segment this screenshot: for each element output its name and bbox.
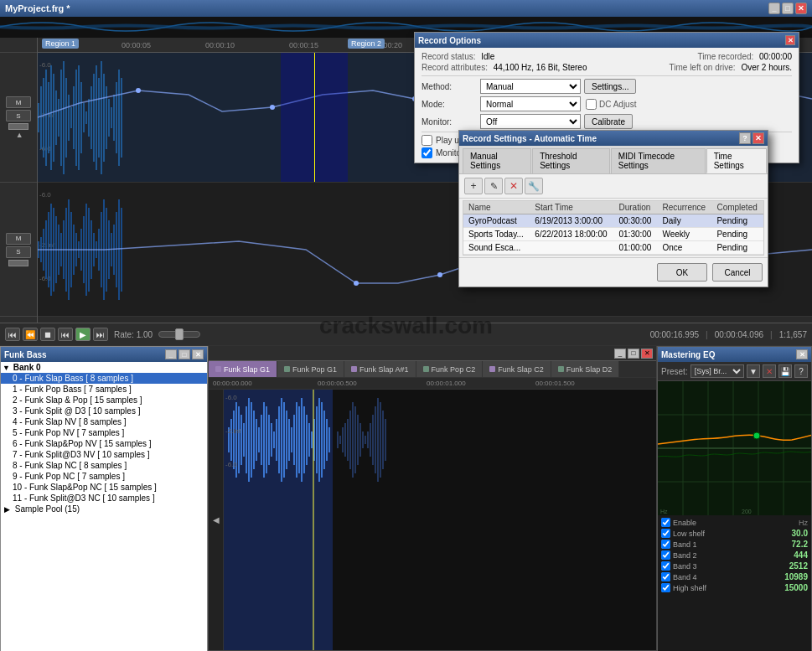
- svg-rect-127: [365, 436, 366, 444]
- mode-select[interactable]: Normal: [480, 96, 581, 111]
- tree-item-5[interactable]: 5 - Funk Pop NV [ 7 samples ]: [1, 427, 207, 438]
- region-tab-5[interactable]: Funk Slap D2: [551, 361, 620, 377]
- tree-item-9[interactable]: 9 - Funk Pop NC [ 7 samples ]: [1, 471, 207, 482]
- track2-vol-slider[interactable]: [8, 260, 28, 266]
- auto-time-cancel-btn[interactable]: Cancel: [712, 263, 763, 282]
- track2-mute-btn[interactable]: M: [6, 233, 31, 245]
- eq-band1-checkbox[interactable]: [661, 540, 670, 549]
- tab-time-settings[interactable]: Time Settings: [706, 148, 767, 173]
- auto-time-help-btn[interactable]: ?: [739, 132, 751, 144]
- svg-rect-6: [50, 65, 52, 170]
- tree-item-4[interactable]: 4 - Funk Slap NV [ 8 samples ]: [1, 416, 207, 427]
- sp-time-0: 00:00:00.000: [213, 380, 252, 387]
- svg-rect-126: [362, 431, 364, 448]
- auto-time-ok-btn[interactable]: OK: [657, 263, 707, 282]
- play-unselected-checkbox[interactable]: [422, 135, 432, 146]
- panel-minimize-btn[interactable]: _: [165, 349, 177, 359]
- rewind-to-start-btn[interactable]: ⏮: [5, 328, 20, 341]
- table-row[interactable]: GyroPodcast 6/19/2013 3:00:00 00:30:00 D…: [463, 214, 763, 228]
- svg-rect-113: [323, 411, 325, 469]
- monitor-vu-checkbox[interactable]: [422, 147, 432, 158]
- eq-lowshelf-checkbox[interactable]: [661, 529, 670, 538]
- scroll-left-icon: ◀: [213, 515, 220, 524]
- eq-close-btn[interactable]: ✕: [796, 349, 808, 359]
- stop-btn[interactable]: ⏹: [40, 328, 55, 341]
- tree-sample-pool[interactable]: ▶ Sample Pool (15): [1, 504, 207, 514]
- sp-minimize-btn[interactable]: _: [614, 349, 626, 359]
- auto-time-close-btn[interactable]: ✕: [753, 132, 764, 144]
- record-options-close-btn[interactable]: ✕: [785, 35, 795, 45]
- rate-slider[interactable]: [158, 331, 200, 338]
- minimize-btn[interactable]: _: [768, 3, 780, 14]
- delete-schedule-btn[interactable]: ✕: [504, 178, 523, 194]
- tab-manual-settings[interactable]: Manual Settings: [463, 148, 531, 173]
- edit-schedule-btn[interactable]: ✎: [484, 178, 503, 194]
- monitor-select[interactable]: Off: [480, 114, 581, 129]
- dc-adjust-checkbox[interactable]: [586, 99, 597, 110]
- panel-maximize-btn[interactable]: □: [178, 349, 190, 359]
- panel-close-btn[interactable]: ✕: [192, 349, 204, 359]
- tree-item-6[interactable]: 6 - Funk Slap&Pop NV [ 15 samples ]: [1, 438, 207, 449]
- svg-rect-28: [106, 86, 107, 149]
- tree-item-3[interactable]: 3 - Funk Split @ D3 [ 10 samples ]: [1, 406, 207, 416]
- eq-preset-select[interactable]: [Sys] Br...: [690, 364, 744, 378]
- play-from-start-btn[interactable]: ⏮: [58, 328, 73, 341]
- eq-delete-btn[interactable]: ✕: [763, 364, 776, 378]
- tree-bank[interactable]: ▼ Bank 0: [1, 362, 207, 373]
- region-tab-4[interactable]: Funk Slap C2: [483, 361, 551, 377]
- eq-band3-row: Band 3 2512: [661, 561, 808, 571]
- eq-enable-checkbox[interactable]: [661, 518, 670, 527]
- region-tab-3[interactable]: Funk Pop C2: [416, 361, 484, 377]
- eq-graph: Hz 200: [658, 381, 811, 515]
- sp-close-btn[interactable]: ✕: [641, 349, 653, 359]
- svg-rect-131: [375, 406, 376, 473]
- status-left: Record status: Idle: [422, 52, 494, 61]
- svg-rect-31: [113, 95, 115, 141]
- track1-mute-btn[interactable]: M: [6, 96, 31, 108]
- eq-band3-checkbox[interactable]: [661, 561, 670, 571]
- sample-waveform-area[interactable]: 00:00:00.000 00:00:00.500 00:00:01.000 0…: [209, 378, 656, 650]
- tab-threshold-settings[interactable]: Threshold Settings: [532, 148, 610, 173]
- track1-vol-slider[interactable]: [8, 123, 28, 130]
- eq-band2-checkbox[interactable]: [661, 550, 670, 560]
- svg-point-146: [753, 432, 760, 439]
- maximize-btn[interactable]: □: [782, 3, 794, 14]
- eq-highshelf-checkbox[interactable]: [661, 583, 670, 592]
- svg-rect-84: [251, 402, 252, 478]
- fast-forward-btn[interactable]: ⏭: [93, 328, 108, 341]
- eq-save-btn[interactable]: 💾: [778, 364, 792, 378]
- rewind-btn[interactable]: ⏪: [23, 328, 38, 341]
- tab-midi-timecode[interactable]: MIDI Timecode Settings: [611, 148, 706, 173]
- auto-time-title-bar: Record Settings - Automatic Time ? ✕: [459, 131, 768, 146]
- tree-item-0[interactable]: 0 - Funk Slap Bass [ 8 samples ]: [1, 373, 207, 384]
- title-bar-buttons: _ □ ✕: [768, 3, 807, 14]
- method-select[interactable]: Manual: [480, 79, 581, 94]
- sp-scroll-left[interactable]: ◀: [209, 390, 224, 650]
- track2-solo-btn[interactable]: S: [6, 246, 31, 258]
- eq-help-btn[interactable]: ?: [794, 364, 808, 378]
- app-window: MyProject.frg * _ □ ✕ M S ▶: [0, 0, 812, 651]
- eq-load-btn[interactable]: ▼: [747, 364, 760, 378]
- properties-btn[interactable]: 🔧: [525, 178, 543, 194]
- region-tab-1[interactable]: Funk Pop G1: [277, 361, 344, 377]
- svg-rect-19: [83, 103, 85, 132]
- rate-slider-thumb[interactable]: [175, 328, 184, 340]
- tree-item-10[interactable]: 10 - Funk Slap&Pop NC [ 15 samples ]: [1, 482, 207, 493]
- tree-item-8[interactable]: 8 - Funk Slap NC [ 8 samples ]: [1, 460, 207, 471]
- tree-item-7[interactable]: 7 - Funk Split@D3 NV [ 10 samples ]: [1, 449, 207, 460]
- table-row[interactable]: Sports Today... 6/22/2013 18:00:00 01:30…: [463, 228, 763, 241]
- calibrate-btn[interactable]: Calibrate: [584, 114, 633, 129]
- region-tab-2[interactable]: Funk Slap A#1: [344, 361, 416, 377]
- track1-solo-btn[interactable]: S: [6, 110, 31, 121]
- tree-item-11[interactable]: 11 - Funk Split@D3 NC [ 10 samples ]: [1, 493, 207, 504]
- play-btn[interactable]: ▶: [75, 328, 91, 341]
- table-row[interactable]: Sound Esca... 01:00:00 Once Pending: [463, 241, 763, 255]
- add-schedule-btn[interactable]: +: [464, 178, 483, 194]
- settings-btn[interactable]: Settings...: [584, 79, 636, 94]
- tree-item-1[interactable]: 1 - Funk Pop Bass [ 7 samples ]: [1, 384, 207, 395]
- region-tab-0[interactable]: Funk Slap G1: [209, 361, 277, 377]
- close-btn[interactable]: ✕: [795, 3, 807, 14]
- eq-band4-checkbox[interactable]: [661, 572, 670, 581]
- sp-maximize-btn[interactable]: □: [628, 349, 639, 359]
- tree-item-2[interactable]: 2 - Funk Slap & Pop [ 15 samples ]: [1, 395, 207, 406]
